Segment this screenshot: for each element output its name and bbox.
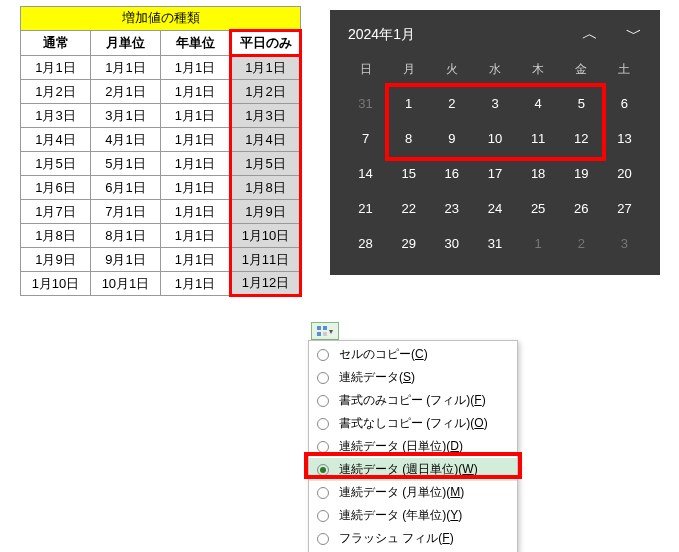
calendar-day[interactable]: 10 xyxy=(473,121,516,156)
calendar-day[interactable]: 9 xyxy=(430,121,473,156)
table-cell[interactable]: 1月2日 xyxy=(231,80,301,104)
table-cell[interactable]: 1月1日 xyxy=(21,56,91,80)
table-cell[interactable]: 1月7日 xyxy=(21,200,91,224)
table-row: 1月7日7月1日1月1日1月9日 xyxy=(21,200,301,224)
table-cell[interactable]: 1月1日 xyxy=(161,272,231,296)
table-cell[interactable]: 9月1日 xyxy=(91,248,161,272)
calendar-day[interactable]: 29 xyxy=(387,226,430,261)
calendar-day[interactable]: 24 xyxy=(473,191,516,226)
menu-item[interactable]: 書式のみコピー (フィル)(F) xyxy=(309,389,517,412)
table-cell[interactable]: 1月8日 xyxy=(231,176,301,200)
menu-item[interactable]: 書式なしコピー (フィル)(O) xyxy=(309,412,517,435)
table-row: 1月2日2月1日1月1日1月2日 xyxy=(21,80,301,104)
calendar-next-icon[interactable]: ﹀ xyxy=(626,24,642,45)
header-year[interactable]: 年単位 xyxy=(161,31,231,56)
table-cell[interactable]: 1月1日 xyxy=(161,80,231,104)
menu-item[interactable]: フラッシュ フィル(F) xyxy=(309,527,517,550)
table-cell[interactable]: 1月1日 xyxy=(231,56,301,80)
menu-item[interactable]: 連続データ (週日単位)(W) xyxy=(309,458,517,481)
calendar-day[interactable]: 23 xyxy=(430,191,473,226)
table-cell[interactable]: 2月1日 xyxy=(91,80,161,104)
menu-item[interactable]: セルのコピー(C) xyxy=(309,343,517,366)
table-cell[interactable]: 1月10日 xyxy=(231,224,301,248)
autofill-options-button[interactable] xyxy=(311,322,339,340)
calendar-day[interactable]: 26 xyxy=(560,191,603,226)
menu-item[interactable]: 連続データ (日単位)(D) xyxy=(309,435,517,458)
table-cell[interactable]: 1月3日 xyxy=(231,104,301,128)
calendar-day[interactable]: 2 xyxy=(430,86,473,121)
table-cell[interactable]: 1月1日 xyxy=(161,152,231,176)
calendar-day[interactable]: 3 xyxy=(603,226,646,261)
table-cell[interactable]: 1月8日 xyxy=(21,224,91,248)
table-cell[interactable]: 1月1日 xyxy=(161,224,231,248)
calendar-dow-label: 木 xyxy=(517,57,560,86)
calendar-day[interactable]: 16 xyxy=(430,156,473,191)
table-cell[interactable]: 1月9日 xyxy=(231,200,301,224)
calendar-day[interactable]: 17 xyxy=(473,156,516,191)
table-cell[interactable]: 1月5日 xyxy=(21,152,91,176)
table-cell[interactable]: 1月5日 xyxy=(231,152,301,176)
table-cell[interactable]: 1月4日 xyxy=(21,128,91,152)
calendar-day[interactable]: 2 xyxy=(560,226,603,261)
menu-item[interactable]: 連続データ(S) xyxy=(309,366,517,389)
calendar-day[interactable]: 1 xyxy=(517,226,560,261)
table-cell[interactable]: 4月1日 xyxy=(91,128,161,152)
menu-item[interactable]: 連続データ (月単位)(M) xyxy=(309,481,517,504)
calendar-day[interactable]: 21 xyxy=(344,191,387,226)
table-cell[interactable]: 1月4日 xyxy=(231,128,301,152)
table-cell[interactable]: 7月1日 xyxy=(91,200,161,224)
table-cell[interactable]: 1月1日 xyxy=(161,104,231,128)
calendar-day[interactable]: 12 xyxy=(560,121,603,156)
table-cell[interactable]: 10月1日 xyxy=(91,272,161,296)
table-cell[interactable]: 1月9日 xyxy=(21,248,91,272)
calendar-day[interactable]: 13 xyxy=(603,121,646,156)
header-normal[interactable]: 通常 xyxy=(21,31,91,56)
table-cell[interactable]: 5月1日 xyxy=(91,152,161,176)
table-cell[interactable]: 1月1日 xyxy=(161,248,231,272)
calendar-day[interactable]: 5 xyxy=(560,86,603,121)
calendar-day[interactable]: 7 xyxy=(344,121,387,156)
table-cell[interactable]: 1月2日 xyxy=(21,80,91,104)
calendar-day[interactable]: 28 xyxy=(344,226,387,261)
calendar-prev-icon[interactable]: ︿ xyxy=(582,24,598,45)
table-header-row: 通常 月単位 年単位 平日のみ xyxy=(21,31,301,56)
calendar-day[interactable]: 1 xyxy=(387,86,430,121)
calendar-dow-label: 水 xyxy=(473,57,516,86)
table-cell[interactable]: 1月1日 xyxy=(161,128,231,152)
calendar-day[interactable]: 6 xyxy=(603,86,646,121)
calendar-day[interactable]: 25 xyxy=(517,191,560,226)
table-cell[interactable]: 1月3日 xyxy=(21,104,91,128)
calendar-day[interactable]: 22 xyxy=(387,191,430,226)
calendar-day[interactable]: 8 xyxy=(387,121,430,156)
table-row: 1月10日10月1日1月1日1月12日 xyxy=(21,272,301,296)
calendar-day[interactable]: 31 xyxy=(473,226,516,261)
table-cell[interactable]: 1月1日 xyxy=(161,200,231,224)
table-cell[interactable]: 8月1日 xyxy=(91,224,161,248)
table-cell[interactable]: 1月11日 xyxy=(231,248,301,272)
calendar-day[interactable]: 20 xyxy=(603,156,646,191)
calendar-day[interactable]: 31 xyxy=(344,86,387,121)
table-cell[interactable]: 1月1日 xyxy=(91,56,161,80)
calendar-day[interactable]: 30 xyxy=(430,226,473,261)
table-cell[interactable]: 3月1日 xyxy=(91,104,161,128)
table-row: 1月9日9月1日1月1日1月11日 xyxy=(21,248,301,272)
table-cell[interactable]: 1月6日 xyxy=(21,176,91,200)
radio-icon xyxy=(317,464,329,476)
calendar-day[interactable]: 18 xyxy=(517,156,560,191)
calendar-day[interactable]: 4 xyxy=(517,86,560,121)
menu-item[interactable]: 連続データ (年単位)(Y) xyxy=(309,504,517,527)
calendar-day[interactable]: 3 xyxy=(473,86,516,121)
table-cell[interactable]: 1月12日 xyxy=(231,272,301,296)
table-cell[interactable]: 1月1日 xyxy=(161,56,231,80)
calendar-day[interactable]: 11 xyxy=(517,121,560,156)
calendar-day[interactable]: 15 xyxy=(387,156,430,191)
table-cell[interactable]: 1月1日 xyxy=(161,176,231,200)
header-weekday[interactable]: 平日のみ xyxy=(231,31,301,56)
header-month[interactable]: 月単位 xyxy=(91,31,161,56)
calendar-title[interactable]: 2024年1月 xyxy=(348,26,415,44)
calendar-day[interactable]: 19 xyxy=(560,156,603,191)
table-cell[interactable]: 1月10日 xyxy=(21,272,91,296)
calendar-day[interactable]: 14 xyxy=(344,156,387,191)
calendar-day[interactable]: 27 xyxy=(603,191,646,226)
table-cell[interactable]: 6月1日 xyxy=(91,176,161,200)
